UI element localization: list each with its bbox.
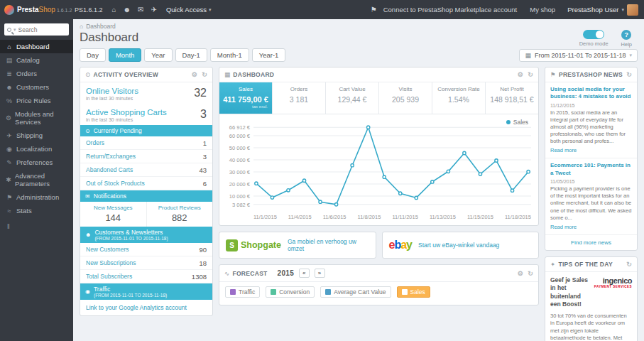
product-reviews-cell[interactable]: Product Reviews 882	[146, 202, 213, 227]
sidebar-item-label: Price Rules	[16, 97, 51, 104]
sidebar-item-price-rules[interactable]: %Price Rules	[0, 94, 73, 107]
news-item: Ecommerce 101: Payments in a Tweet 11/05…	[545, 158, 637, 234]
user-menu[interactable]: PrestaShop User ▾	[567, 4, 638, 16]
messages-icon[interactable]: ✉	[138, 6, 143, 13]
cell-value: 144	[80, 212, 146, 223]
tab-month-1[interactable]: Month-1	[210, 48, 249, 62]
tab-year-1[interactable]: Year-1	[252, 48, 286, 62]
next-year-button[interactable]: »	[315, 269, 325, 278]
forecast-year: 2015	[278, 269, 294, 277]
metric-traffic[interactable]: Traffic	[225, 286, 260, 298]
shopgate-module[interactable]: S Shopgate Ga mobiel en verhoog uw omzet	[219, 232, 376, 259]
prev-year-button[interactable]: «	[299, 269, 310, 278]
active-carts-link[interactable]: Active Shopping Carts	[86, 108, 200, 117]
row-link[interactable]: Abandoned Carts	[86, 166, 133, 173]
sidebar-item-dashboard[interactable]: ⌂Dashboard	[0, 40, 73, 53]
y-tick: 10 000 €	[229, 193, 250, 200]
sidebar-search[interactable]: ▾	[4, 23, 69, 36]
row-link[interactable]: Out of Stock Products	[86, 180, 145, 187]
metric-sales[interactable]: Sales	[397, 286, 430, 298]
kpi-sales[interactable]: Sales 411 759,00 € tax excl.	[219, 82, 273, 114]
sidebar-collapse-button[interactable]: ‖	[0, 217, 73, 236]
online-visitors-stat: Online Visitors in the last 30 minutes 3…	[80, 82, 212, 104]
read-more-link[interactable]: Read more	[550, 224, 632, 230]
refresh-icon[interactable]: ↻	[626, 261, 632, 268]
row-link[interactable]: New Subscriptions	[86, 259, 136, 266]
metric-average-cart-value[interactable]: Average Cart Value	[320, 286, 391, 298]
customers-icon: ☻	[6, 84, 13, 91]
tab-year[interactable]: Year	[144, 48, 172, 62]
refresh-icon[interactable]: ↻	[528, 270, 533, 277]
sidebar-item-customers[interactable]: ☻Customers	[0, 80, 73, 94]
news-title-link[interactable]: Ecommerce 101: Payments in a Tweet	[550, 162, 632, 177]
news-title-link[interactable]: Using social media for your business: 4 …	[550, 86, 632, 101]
brand-text: PrestaShop1.6.1.2	[17, 6, 72, 13]
quick-access-menu[interactable]: Quick Access ▾	[166, 6, 212, 13]
clock-icon: ⊙	[85, 71, 90, 78]
metric-conversion[interactable]: Conversion	[266, 286, 315, 298]
trend-icon: ∿	[224, 270, 229, 277]
plane-icon[interactable]: ✈	[151, 6, 157, 13]
toggle-switch[interactable]	[583, 30, 604, 39]
tab-month[interactable]: Month	[109, 48, 141, 62]
metric-color-icon	[325, 289, 331, 295]
sidebar-item-modules[interactable]: ⚙Modules and Services	[0, 107, 73, 129]
kpi-net-profit[interactable]: Net Profit 148 918,51 €	[486, 82, 538, 114]
help-button[interactable]: ? Help	[621, 30, 632, 48]
row-link[interactable]: New Customers	[86, 246, 129, 253]
sidebar-item-preferences[interactable]: ✎Preferences	[0, 156, 73, 169]
my-shop-link[interactable]: My shop	[530, 6, 555, 13]
shop-icon[interactable]: ⌂	[112, 6, 116, 13]
refresh-icon[interactable]: ↻	[626, 71, 632, 78]
sidebar-item-orders[interactable]: ≣Orders	[0, 67, 73, 80]
tab-day-1[interactable]: Day-1	[175, 48, 207, 62]
news-body: In 2015, social media are an integral pa…	[550, 109, 632, 146]
sidebar-item-administration[interactable]: ⚑Administration	[0, 190, 73, 204]
marketplace-link[interactable]: ⚑ Connect to PrestaShop Marketplace acco…	[367, 6, 518, 13]
kpi-label: Visits	[381, 86, 430, 92]
new-messages-cell[interactable]: New Messages 144	[80, 202, 146, 227]
kpi-cart-value[interactable]: Cart Value 129,44 €	[326, 82, 379, 114]
shopgate-link[interactable]: Ga mobiel en verhoog uw omzet	[288, 238, 369, 252]
kpi-orders[interactable]: Orders 3 181	[273, 82, 326, 114]
row-link[interactable]: Return/Exchanges	[86, 153, 136, 160]
row-value: 18	[199, 259, 207, 267]
row-link[interactable]: Total Subscribers	[86, 273, 132, 280]
activity-column: ⊙ ACTIVITY OVERVIEW ⚙ ↻ Online Visitors …	[80, 67, 213, 316]
sidebar-item-localization[interactable]: ◉Localization	[0, 142, 73, 156]
kpi-value: 129,44 €	[327, 95, 377, 104]
brand[interactable]: PrestaShop1.6.1.2	[0, 5, 73, 15]
kpi-visits[interactable]: Visits 205 939	[379, 82, 432, 114]
date-range-picker[interactable]: ▦ From 2015-11-01 To 2015-11-18 ▾	[519, 49, 638, 62]
row-link[interactable]: Orders	[86, 139, 104, 146]
online-visitors-link[interactable]: Online Visitors	[86, 87, 194, 95]
chevron-down-icon[interactable]: ▾	[13, 27, 16, 33]
find-more-news-link[interactable]: Find more news	[545, 235, 637, 250]
sidebar-item-advanced-parameters[interactable]: ✱Advanced Parameters	[0, 169, 73, 190]
refresh-icon[interactable]: ↻	[528, 71, 533, 78]
ebay-module[interactable]: ebay Start uw eBay-winkel vandaag	[382, 232, 540, 259]
kpi-conversion-rate[interactable]: Conversion Rate 1.54%	[432, 82, 486, 114]
tips-icon: ✦	[550, 261, 555, 268]
read-more-link[interactable]: Read more	[550, 147, 632, 153]
sidebar-item-shipping[interactable]: ✈Shipping	[0, 129, 73, 142]
gear-icon[interactable]: ⚙	[518, 71, 523, 78]
sidebar-item-catalog[interactable]: ▤Catalog	[0, 53, 73, 67]
ebay-link[interactable]: Start uw eBay-winkel vandaag	[418, 242, 499, 249]
gear-icon[interactable]: ⚙	[518, 270, 523, 277]
refresh-icon[interactable]: ↻	[202, 71, 207, 78]
gear-icon[interactable]: ⚙	[192, 71, 197, 78]
chart-legend[interactable]: Sales	[506, 119, 528, 126]
demo-mode-toggle[interactable]: Demo mode	[579, 30, 608, 48]
row-value: 90	[199, 246, 207, 254]
google-analytics-link[interactable]: Link to your Google Analytics account	[80, 300, 212, 315]
user-name: PrestaShop User	[567, 6, 618, 13]
row-value: 1308	[192, 273, 207, 281]
sidebar-item-stats[interactable]: ≈Stats	[0, 204, 73, 217]
flag-icon: ⚑	[550, 71, 556, 78]
customers-icon[interactable]: ☻	[124, 6, 131, 13]
search-input[interactable]	[18, 26, 66, 33]
dashboard-column: ▦ DASHBOARD ⚙ ↻ Sales 411 759,00 € tax e…	[219, 67, 539, 305]
customers-row-total-subscribers: Total Subscribers1308	[80, 270, 212, 283]
tab-day[interactable]: Day	[80, 48, 106, 62]
